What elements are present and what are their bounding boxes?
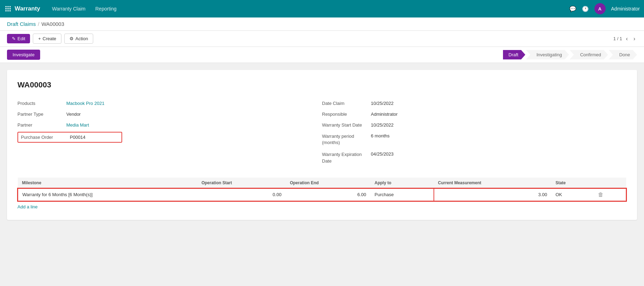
col-operation-start: Operation Start — [197, 178, 286, 188]
col-actions — [594, 178, 626, 188]
value-partner-type: Vendor — [66, 112, 81, 117]
label-partner: Partner — [17, 122, 66, 128]
pagination: 1 / 1 ‹ › — [613, 35, 637, 43]
status-step-investigating[interactable]: Investigating — [526, 50, 569, 59]
breadcrumb-current: WA00003 — [42, 21, 64, 27]
action-button[interactable]: ⚙ Action — [64, 34, 93, 44]
field-partner-type: Partner Type Vendor — [17, 109, 322, 120]
fields-grid: Products Macbook Pro 2021 Partner Type V… — [17, 98, 627, 167]
col-state: State — [551, 178, 593, 188]
main-content: WA00003 Products Macbook Pro 2021 Partne… — [0, 63, 644, 227]
col-current-measurement: Current Measurement — [434, 178, 552, 188]
delete-icon[interactable]: 🗑 — [598, 192, 604, 198]
value-purchase-order: P00014 — [70, 135, 86, 140]
field-purchase-order: Purchase Order P00014 — [17, 132, 122, 143]
create-button[interactable]: + Create — [33, 34, 61, 44]
label-products: Products — [17, 101, 66, 106]
col-operation-end: Operation End — [286, 178, 370, 188]
value-date-claim: 10/25/2022 — [371, 101, 394, 106]
next-arrow[interactable]: › — [632, 35, 637, 43]
prev-arrow[interactable]: ‹ — [624, 35, 629, 43]
value-partner[interactable]: Media Mart — [66, 122, 89, 128]
app-title: Warranty — [15, 5, 40, 12]
pagination-count: 1 / 1 — [613, 36, 622, 41]
label-purchase-order: Purchase Order — [21, 135, 70, 140]
value-products[interactable]: Macbook Pro 2021 — [66, 101, 104, 106]
breadcrumb-separator: / — [38, 21, 39, 27]
milestone-table: Milestone Operation Start Operation End … — [17, 178, 627, 201]
pencil-icon: ✎ — [12, 36, 16, 41]
field-warranty-start: Warranty Start Date 10/25/2022 — [322, 120, 627, 130]
clock-icon[interactable]: 🕐 — [582, 6, 589, 12]
field-responsible: Responsible Administrator — [322, 109, 627, 120]
gear-icon: ⚙ — [69, 36, 74, 41]
label-warranty-start: Warranty Start Date — [322, 122, 371, 128]
investigate-button[interactable]: Investigate — [7, 50, 40, 60]
nav-reporting[interactable]: Reporting — [92, 6, 120, 12]
field-warranty-expiration: Warranty Expiration Date 04/25/2023 — [322, 149, 627, 167]
cell-current-measurement: 3.00 — [434, 188, 552, 201]
col-apply-to: Apply to — [370, 178, 434, 188]
value-warranty-expiration: 04/25/2023 — [371, 151, 394, 157]
label-responsible: Responsible — [322, 112, 371, 117]
record-card: WA00003 Products Macbook Pro 2021 Partne… — [7, 70, 637, 220]
field-partner: Partner Media Mart — [17, 120, 322, 130]
status-step-confirmed[interactable]: Confirmed — [570, 50, 608, 59]
breadcrumb: Draft Claims / WA00003 — [0, 17, 644, 31]
table-row: Warranty for 6 Months [6 Month(s)] 0.00 … — [18, 188, 626, 201]
username[interactable]: Administrator — [611, 6, 640, 12]
record-id: WA00003 — [17, 80, 627, 90]
plus-icon: + — [38, 36, 41, 41]
chat-icon[interactable]: 💬 — [569, 6, 576, 12]
value-warranty-start: 10/25/2022 — [371, 122, 394, 128]
cell-operation-end: 6.00 — [286, 188, 370, 201]
status-step-draft[interactable]: Draft — [503, 50, 525, 59]
cell-operation-start: 0.00 — [197, 188, 286, 201]
fields-left: Products Macbook Pro 2021 Partner Type V… — [17, 98, 322, 167]
cell-milestone: Warranty for 6 Months [6 Month(s)] — [18, 188, 197, 201]
field-products: Products Macbook Pro 2021 — [17, 98, 322, 109]
label-date-claim: Date Claim — [322, 101, 371, 106]
add-line-button[interactable]: Add a line — [17, 204, 38, 209]
fields-right: Date Claim 10/25/2022 Responsible Admini… — [322, 98, 627, 167]
label-partner-type: Partner Type — [17, 112, 66, 117]
field-date-claim: Date Claim 10/25/2022 — [322, 98, 627, 109]
avatar[interactable]: A — [594, 3, 606, 14]
status-step-done[interactable]: Done — [609, 50, 637, 59]
breadcrumb-parent[interactable]: Draft Claims — [7, 21, 36, 27]
status-bar: Investigate Draft Investigating Confirme… — [0, 47, 644, 63]
label-warranty-expiration: Warranty Expiration Date — [322, 151, 371, 164]
grid-menu-icon[interactable] — [4, 5, 12, 13]
cell-apply-to: Purchase — [370, 188, 434, 201]
cell-delete[interactable]: 🗑 — [594, 188, 626, 201]
value-warranty-period: 6 months — [371, 133, 390, 138]
edit-button[interactable]: ✎ Edit — [7, 34, 30, 43]
cell-state: OK — [551, 188, 593, 201]
field-warranty-period: Warranty period (months) 6 months — [322, 130, 627, 149]
topnav: Warranty Warranty Claim Reporting 💬 🕐 A … — [0, 0, 644, 17]
label-warranty-period: Warranty period (months) — [322, 133, 371, 146]
value-responsible: Administrator — [371, 112, 398, 117]
toolbar: ✎ Edit + Create ⚙ Action 1 / 1 ‹ › — [0, 31, 644, 47]
status-steps: Draft Investigating Confirmed Done — [503, 50, 637, 59]
nav-warranty-claim[interactable]: Warranty Claim — [49, 6, 89, 12]
col-milestone: Milestone — [18, 178, 197, 188]
